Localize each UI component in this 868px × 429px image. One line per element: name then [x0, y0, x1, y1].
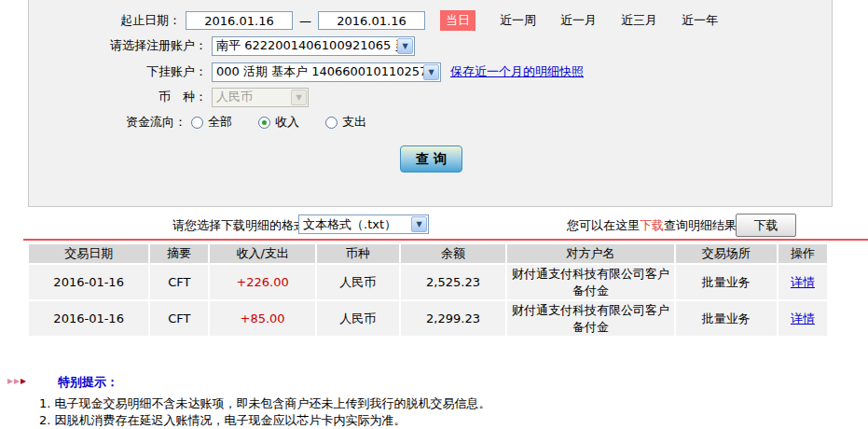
header-venue: 交易场所	[676, 244, 777, 263]
fund-flow-option-income[interactable]: 收入	[258, 114, 299, 131]
register-account-row: 请选择注册账户： 南平 6222001406100921065 灵通卡 ▼	[29, 35, 832, 57]
download-hint-suffix: 查询明细结果	[664, 218, 737, 232]
cell-counterparty: 财付通支付科技有限公司客户备付金	[507, 265, 673, 299]
chevron-down-icon: ▼	[423, 64, 439, 80]
fund-flow-option-expense-label: 支出	[342, 114, 366, 131]
date-range-label: 起止日期：	[29, 12, 186, 29]
header-counterparty: 对方户名	[507, 244, 673, 263]
download-button[interactable]: 下载	[736, 214, 796, 237]
cell-action: 详情	[778, 265, 827, 299]
currency-select: 人民币 ▼	[212, 88, 309, 107]
table-row: 2016-01-16 CFT +226.00 人民币 2,525.23 财付通支…	[29, 265, 827, 299]
cell-amount: +85.00	[210, 301, 314, 336]
quick-range-quarter[interactable]: 近三月	[621, 12, 657, 29]
cell-counterparty: 财付通支付科技有限公司客户备付金	[507, 301, 673, 336]
register-account-select[interactable]: 南平 6222001406100921065 灵通卡 ▼	[212, 36, 415, 56]
table-row: 2016-01-16 CFT +85.00 人民币 2,299.23 财付通支付…	[29, 301, 827, 336]
cell-balance: 2,525.23	[401, 265, 505, 299]
quick-range-today[interactable]: 当日	[440, 10, 475, 31]
cell-venue: 批量业务	[676, 265, 777, 299]
fund-flow-option-all-label: 全部	[208, 114, 232, 131]
download-hint-prefix: 您可以在这里	[567, 218, 640, 232]
cell-balance: 2,299.23	[401, 301, 505, 336]
fund-flow-option-all[interactable]: 全部	[191, 114, 232, 131]
register-account-label: 请选择注册账户：	[29, 37, 212, 54]
header-summary: 摘要	[150, 244, 208, 263]
currency-row: 币 种： 人民币 ▼	[29, 86, 832, 108]
fund-flow-option-expense[interactable]: 支出	[325, 114, 366, 131]
transaction-table: 交易日期 摘要 收入/支出 币种 余额 对方户名 交易场所 操作 2016-01…	[27, 242, 829, 338]
currency-value: 人民币	[213, 89, 291, 105]
table-header-row: 交易日期 摘要 收入/支出 币种 余额 对方户名 交易场所 操作	[29, 244, 827, 263]
save-snapshot-link[interactable]: 保存近一个月的明细快照	[450, 63, 584, 80]
radio-icon[interactable]	[191, 117, 203, 129]
date-range-row: 起止日期： — 当日 近一周 近一月 近三月 近一年	[29, 9, 832, 32]
cell-amount: +226.00	[210, 265, 314, 299]
register-account-value: 南平 6222001406100921065 灵通卡	[213, 37, 397, 54]
query-button[interactable]: 查 询	[400, 145, 462, 173]
download-format-label: 请您选择下载明细的格式	[172, 217, 306, 234]
cell-trade-date: 2016-01-16	[29, 301, 148, 336]
currency-label: 币 种：	[29, 89, 212, 105]
note-item: 2. 因脱机消费存在延迟入账情况，电子现金应以芯片卡内实际为准。	[39, 412, 406, 429]
header-amount: 收入/支出	[210, 244, 314, 263]
download-hint-link[interactable]: 下载	[640, 218, 664, 232]
cell-summary: CFT	[150, 265, 208, 299]
quick-range-month[interactable]: 近一月	[560, 12, 597, 29]
download-format-value: 文本格式（.txt）	[299, 216, 411, 233]
fund-flow-label: 资金流向：	[29, 114, 191, 131]
sub-account-select[interactable]: 000 活期 基本户 1406600101102571848 ▼	[212, 62, 441, 82]
header-balance: 余额	[401, 244, 505, 263]
chevron-down-icon: ▼	[397, 38, 413, 54]
fund-flow-option-income-label: 收入	[275, 114, 299, 131]
transaction-query-page: 起止日期： — 当日 近一周 近一月 近三月 近一年 请选择注册账户： 南平 6…	[0, 0, 868, 429]
radio-icon[interactable]	[325, 117, 338, 129]
chevron-down-icon: ▼	[411, 216, 427, 232]
cell-action: 详情	[778, 301, 827, 336]
detail-link[interactable]: 详情	[791, 311, 815, 325]
query-form-panel: 起止日期： — 当日 近一周 近一月 近三月 近一年 请选择注册账户： 南平 6…	[28, 0, 833, 207]
detail-link[interactable]: 详情	[791, 275, 815, 289]
header-trade-date: 交易日期	[29, 244, 148, 263]
special-notes-title: 特别提示：	[58, 374, 118, 391]
note-item: 1. 电子现金交易明细不含未达账项，即未包含商户还未上传到我行的脱机交易信息。	[39, 395, 491, 412]
note-arrows-icon: ▸▸▸	[7, 374, 27, 387]
cell-currency: 人民币	[317, 265, 399, 299]
sub-account-label: 下挂账户：	[29, 63, 212, 80]
radio-checked-icon[interactable]	[258, 117, 270, 129]
header-currency: 币种	[317, 244, 399, 263]
sub-account-row: 下挂账户： 000 活期 基本户 1406600101102571848 ▼ 保…	[29, 61, 832, 83]
quick-range-week[interactable]: 近一周	[500, 12, 536, 29]
cell-currency: 人民币	[317, 301, 399, 336]
cell-trade-date: 2016-01-16	[29, 265, 148, 299]
quick-range-year[interactable]: 近一年	[682, 12, 718, 29]
download-format-select[interactable]: 文本格式（.txt） ▼	[298, 214, 429, 234]
date-range-separator: —	[299, 14, 311, 28]
header-action: 操作	[778, 244, 827, 263]
red-divider	[23, 239, 868, 241]
cell-venue: 批量业务	[676, 301, 777, 336]
sub-account-value: 000 活期 基本户 1406600101102571848	[213, 63, 423, 80]
end-date-input[interactable]	[318, 11, 425, 30]
fund-flow-row: 资金流向： 全部 收入 支出	[29, 111, 832, 133]
start-date-input[interactable]	[186, 11, 293, 30]
chevron-down-icon: ▼	[291, 90, 307, 105]
cell-summary: CFT	[150, 301, 208, 336]
download-hint: 您可以在这里下载查询明细结果	[567, 217, 737, 234]
